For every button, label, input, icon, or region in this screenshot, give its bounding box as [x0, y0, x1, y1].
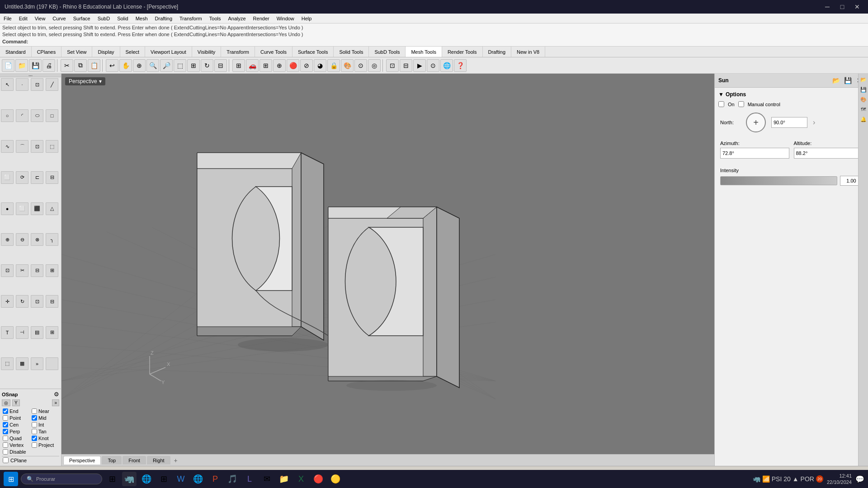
zoom-out-button[interactable]: 🔎 [160, 59, 173, 72]
scale-tool[interactable]: ⊡ [31, 295, 43, 308]
menu-subd[interactable]: SubD [94, 14, 114, 23]
split-tool[interactable]: ✂ [16, 264, 28, 277]
layer-button[interactable]: ⊘ [300, 59, 313, 72]
menu-transform[interactable]: Transform [176, 14, 206, 23]
menu-render[interactable]: Render [250, 14, 273, 23]
script-button[interactable]: ⊙ [427, 59, 439, 72]
help-button[interactable]: ❓ [454, 59, 467, 72]
osnap-project[interactable]: Project [31, 442, 59, 448]
paste-button[interactable]: 📋 [88, 59, 100, 72]
nurbs-tool[interactable]: ⊡ [31, 140, 43, 153]
open-button[interactable]: 📁 [15, 59, 28, 72]
dim-tool[interactable]: ⊣ [16, 326, 28, 339]
tab-transform[interactable]: Transform [221, 47, 255, 57]
curve-tool[interactable]: ∿ [1, 140, 14, 153]
material-button[interactable]: ◕ [314, 59, 326, 72]
tab-curve-tools[interactable]: Curve Tools [255, 47, 292, 57]
more-tool[interactable]: » [31, 357, 43, 370]
rsi-folder-icon[interactable]: 📂 [859, 75, 868, 84]
undo-button[interactable]: ↩ [106, 59, 118, 72]
osnap-expand2-btn[interactable]: » [52, 399, 59, 406]
tray-por-label[interactable]: POR [801, 475, 814, 483]
tray-network-icon[interactable]: 📶 [762, 475, 770, 483]
taskbar-app3-icon[interactable]: 🔴 [311, 472, 326, 486]
loft-tool[interactable]: ⊟ [46, 171, 58, 184]
taskview-button[interactable]: ⊞ [105, 472, 119, 486]
tray-rhino-icon[interactable]: 🦏 [753, 475, 760, 483]
zoom-sel-button[interactable]: ⊞ [187, 59, 200, 72]
vp-tab-right[interactable]: Right [147, 456, 170, 465]
rsi-map-icon[interactable]: 🗺 [859, 105, 868, 113]
ellipse-tool[interactable]: ⬭ [31, 109, 43, 122]
menu-view[interactable]: View [31, 14, 49, 23]
rotate-view-button[interactable]: ↻ [201, 59, 213, 72]
taskbar-word-icon[interactable]: W [174, 472, 188, 486]
color-button[interactable]: 🎨 [341, 59, 354, 72]
osnap-quad[interactable]: Quad [2, 435, 30, 441]
taskbar-excel-icon[interactable]: X [294, 472, 308, 486]
sun-save-button[interactable]: 💾 [843, 75, 853, 85]
sun-on-checkbox[interactable] [718, 101, 724, 107]
osnap-mid[interactable]: Mid [31, 415, 59, 421]
tab-standard[interactable]: Standard [0, 47, 32, 57]
osnap-expand-btn[interactable]: ◎ [2, 399, 10, 406]
cylinder-tool[interactable]: ⬛ [31, 202, 43, 215]
line-tool[interactable]: ╱ [46, 78, 58, 91]
tab-drafting[interactable]: Drafting [483, 47, 512, 57]
tab-set-view[interactable]: Set View [61, 47, 92, 57]
rsi-save-icon[interactable]: 💾 [859, 85, 868, 94]
menu-file[interactable]: File [0, 14, 15, 23]
arc-tool[interactable]: ◜ [16, 109, 28, 122]
layout-tool[interactable]: ▦ [16, 357, 28, 370]
tab-new-v8[interactable]: New in V8 [511, 47, 545, 57]
sphere-tool[interactable]: ● [1, 202, 14, 215]
osnap-end[interactable]: End [2, 408, 30, 414]
offset-tool[interactable]: ⊡ [1, 264, 14, 277]
taskbar-rhino-icon[interactable]: 🦏 [122, 472, 137, 486]
intensity-bar[interactable] [720, 176, 837, 185]
clipping-tool[interactable]: ⊞ [46, 326, 58, 339]
osnap-knot[interactable]: Knot [31, 435, 59, 441]
vp-tab-add[interactable]: + [171, 456, 180, 465]
menu-drafting[interactable]: Drafting [151, 14, 176, 23]
tab-viewport-layout[interactable]: Viewport Layout [145, 47, 192, 57]
point-tool[interactable]: · [16, 78, 28, 91]
taskbar-app1-icon[interactable]: 🎵 [225, 472, 240, 486]
vp-tab-top[interactable]: Top [102, 456, 122, 465]
menu-edit[interactable]: Edit [15, 14, 31, 23]
boolean-union[interactable]: ⊕ [1, 233, 14, 246]
snap-button[interactable]: ⊙ [354, 59, 367, 72]
zoom-in-button[interactable]: 🔍 [146, 59, 159, 72]
menu-solid[interactable]: Solid [113, 14, 132, 23]
osnap-disable[interactable]: Disable [2, 449, 30, 455]
osnap-filter-btn[interactable]: Y [12, 399, 20, 406]
zoom-extents-button[interactable]: ⊕ [133, 59, 146, 72]
vp-tab-front[interactable]: Front [123, 456, 146, 465]
obj-snap-button[interactable]: ◎ [368, 59, 381, 72]
tab-select[interactable]: Select [120, 47, 146, 57]
move-tool[interactable]: ✛ [1, 295, 14, 308]
menu-curve[interactable]: Curve [49, 14, 69, 23]
lock-button[interactable]: 🔒 [327, 59, 340, 72]
render-preview-button[interactable]: 🔴 [287, 59, 299, 72]
menu-help[interactable]: Help [298, 14, 316, 23]
tab-subd-tools[interactable]: SubD Tools [369, 47, 406, 57]
osnap-point[interactable]: Point [2, 415, 30, 421]
vp-tab-perspective[interactable]: Perspective [63, 456, 101, 465]
osnap-tan[interactable]: Tan [31, 428, 59, 435]
cut-button[interactable]: ✂ [61, 59, 73, 72]
command-prompt[interactable]: Command: [2, 38, 866, 45]
menu-window[interactable]: Window [273, 14, 298, 23]
taskbar-time[interactable]: 12:41 22/10/2024 [827, 473, 852, 486]
tray-psi-label[interactable]: PSI 20 [772, 475, 791, 483]
rect-tool[interactable]: □ [46, 109, 58, 122]
azimuth-input[interactable] [720, 148, 789, 159]
sun-manual-checkbox[interactable] [738, 101, 744, 107]
taskbar-ms-icon[interactable]: ⊞ [156, 472, 171, 486]
taskbar-ppt-icon[interactable]: P [208, 472, 222, 486]
collapse-button[interactable]: ▼ [718, 91, 724, 98]
viewport[interactable]: Perspective ▾ [61, 74, 714, 454]
freeform-tool[interactable]: ⌒ [16, 140, 28, 153]
boolean-int[interactable]: ⊗ [31, 233, 43, 246]
tab-cplanes[interactable]: CPlanes [32, 47, 62, 57]
